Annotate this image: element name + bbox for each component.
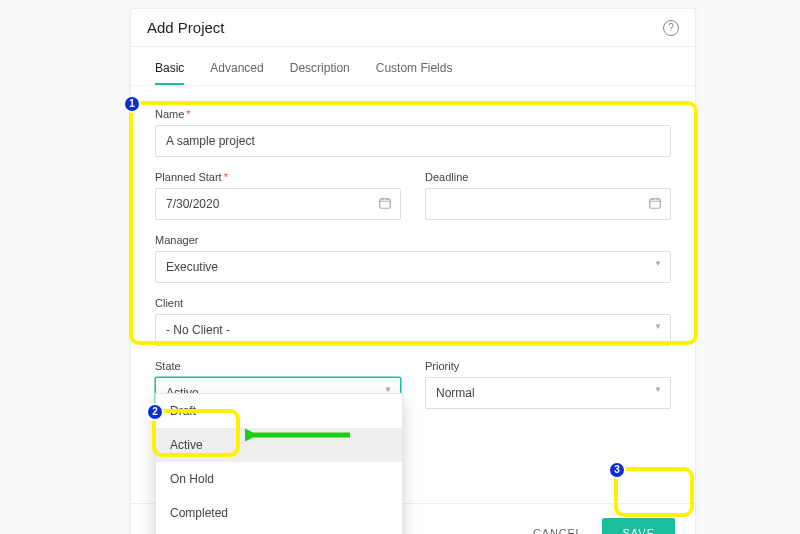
name-label-text: Name [155,108,184,120]
tab-basic[interactable]: Basic [155,61,184,85]
name-value: A sample project [166,134,255,148]
priority-value: Normal [436,386,475,400]
tabs: Basic Advanced Description Custom Fields [131,47,695,86]
planned-start-input[interactable]: 7/30/2020 [155,188,401,220]
modal-title: Add Project [147,19,225,36]
state-option-cancelled[interactable]: Cancelled [156,530,402,534]
client-value: - No Client - [166,323,230,337]
chevron-down-icon: ▼ [654,385,662,394]
client-label: Client [155,297,671,309]
planned-start-value: 7/30/2020 [166,197,219,211]
help-icon[interactable]: ? [663,20,679,36]
name-label: Name* [155,108,671,120]
state-option-on-hold[interactable]: On Hold [156,462,402,496]
manager-value: Executive [166,260,218,274]
cancel-button[interactable]: CANCEL [533,527,582,534]
priority-select[interactable]: Normal ▼ [425,377,671,409]
calendar-icon[interactable] [648,196,662,213]
state-dropdown: Draft Active On Hold Completed Cancelled [155,393,403,534]
tab-description[interactable]: Description [290,61,350,85]
state-option-active[interactable]: Active [156,428,402,462]
chevron-down-icon: ▼ [654,322,662,331]
save-button[interactable]: SAVE [602,518,675,534]
deadline-input[interactable] [425,188,671,220]
form-body: Name* A sample project Planned Start* 7/… [131,86,695,423]
tab-advanced[interactable]: Advanced [210,61,263,85]
calendar-icon[interactable] [378,196,392,213]
deadline-label: Deadline [425,171,671,183]
planned-start-label: Planned Start* [155,171,401,183]
modal-header: Add Project ? [131,9,695,47]
required-mark: * [224,171,228,183]
name-input[interactable]: A sample project [155,125,671,157]
client-select[interactable]: - No Client - ▼ [155,314,671,346]
required-mark: * [186,108,190,120]
state-label: State [155,360,401,372]
manager-label: Manager [155,234,671,246]
state-option-completed[interactable]: Completed [156,496,402,530]
svg-rect-0 [380,199,391,208]
manager-select[interactable]: Executive ▼ [155,251,671,283]
svg-rect-1 [650,199,661,208]
tab-custom-fields[interactable]: Custom Fields [376,61,453,85]
chevron-down-icon: ▼ [654,259,662,268]
priority-label: Priority [425,360,671,372]
planned-start-label-text: Planned Start [155,171,222,183]
state-option-draft[interactable]: Draft [156,394,402,428]
